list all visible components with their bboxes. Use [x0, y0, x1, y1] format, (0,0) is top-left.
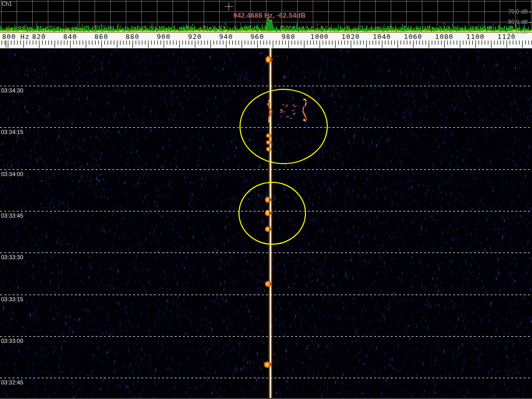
- time-label: 03:34:30: [1, 87, 23, 94]
- signal-circle-annotation-2: [238, 182, 306, 245]
- ruler-label-940: 940: [219, 33, 233, 41]
- ruler-label-1060: 1060: [404, 33, 422, 41]
- time-gridline: [0, 252, 532, 253]
- time-gridline: [0, 295, 532, 295]
- signal-circle-annotation-1: [240, 89, 328, 164]
- ruler-label-840: 840: [63, 33, 77, 41]
- ruler-label-960: 960: [250, 33, 264, 41]
- ruler-label-1000: 1000: [310, 33, 328, 41]
- cursor-frequency-readout: 942.4688 Hz, -62.54dB: [233, 11, 305, 19]
- time-label: 03:34:15: [1, 129, 23, 135]
- ruler-label-1100: 1100: [466, 33, 484, 41]
- ruler-label-800: 800 Hz: [2, 33, 30, 41]
- time-label: 03:33:15: [1, 296, 23, 302]
- ruler-label-920: 920: [188, 33, 202, 41]
- ruler-label-860: 860: [95, 33, 108, 41]
- time-label: 03:32:45: [1, 379, 23, 385]
- time-label: 03:34:00: [1, 171, 23, 177]
- ruler-label-1080: 1080: [435, 33, 453, 41]
- frequency-ruler[interactable]: 800 Hz8208408608809009209409609801000102…: [0, 33, 532, 48]
- time-gridline: [0, 86, 532, 86]
- ruler-label-1040: 1040: [373, 33, 391, 41]
- spectrum-analyzer-window: Ch1 70.0 dB 80.0 dB 90.0 dB 942.4688 Hz,…: [0, 0, 532, 399]
- waterfall-panel: 03:34:3003:34:1503:34:0003:33:4503:33:30…: [0, 48, 532, 399]
- ruler-label-1020: 1020: [341, 33, 360, 41]
- channel-label: Ch1: [2, 1, 12, 7]
- ruler-label-980: 980: [282, 33, 295, 41]
- spectrum-panel[interactable]: Ch1 70.0 dB 80.0 dB 90.0 dB 942.4688 Hz,…: [0, 0, 532, 33]
- time-gridline: [0, 378, 532, 378]
- ruler-ticks-major: [0, 41, 532, 48]
- time-label: 03:33:00: [1, 338, 23, 344]
- ruler-label-880: 880: [126, 33, 139, 41]
- time-gridline: [0, 336, 532, 337]
- time-gridline: [0, 169, 532, 170]
- ruler-label-900: 900: [157, 33, 170, 41]
- time-label: 03:33:30: [1, 254, 23, 260]
- time-label: 03:33:45: [1, 212, 23, 219]
- mouse-crosshair-cursor: [225, 3, 233, 10]
- ruler-label-820: 820: [32, 33, 46, 41]
